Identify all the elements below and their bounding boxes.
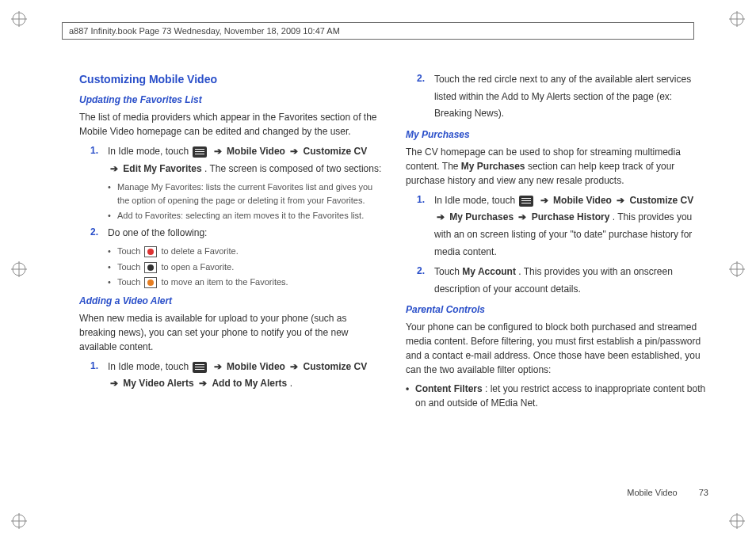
step-text: In Idle mode, touch ➔ Mobile Video ➔ Cus… <box>108 359 382 393</box>
step-item: 2. Do one of the following: <box>90 225 382 242</box>
move-icon <box>144 277 157 288</box>
text-run: Touch <box>117 262 143 272</box>
bold-text: Customize CV <box>304 361 368 372</box>
arrow-icon: ➔ <box>110 163 118 174</box>
menu-icon <box>193 146 207 158</box>
bold-text: My Purchases <box>449 211 516 222</box>
bold-text: Edit My Favorites <box>123 163 201 174</box>
print-header: a887 Infinity.book Page 73 Wednesday, No… <box>62 22 694 40</box>
bold-text: My Purchases <box>461 161 525 172</box>
bullet-item: •Manage My Favorites: lists the current … <box>108 181 382 207</box>
text-run: to open a Favorite. <box>161 262 234 272</box>
open-icon <box>144 262 157 273</box>
text-run: . <box>290 378 292 389</box>
arrow-icon: ➔ <box>437 211 445 222</box>
body-text: The list of media providers which appear… <box>79 110 382 139</box>
step-item: 2. Touch My Account . This provides you … <box>417 264 708 298</box>
step-item: 1. In Idle mode, touch ➔ Mobile Video ➔ … <box>90 359 382 393</box>
crop-mark-icon <box>729 261 745 277</box>
bold-text: Customize CV <box>630 195 694 206</box>
step-item: 2. Touch the red circle next to any of t… <box>417 71 708 123</box>
delete-icon <box>144 246 157 257</box>
arrow-icon: ➔ <box>110 378 118 389</box>
arrow-icon: ➔ <box>540 195 548 206</box>
bold-text: My Account <box>462 266 516 277</box>
body-text: When new media is available for upload t… <box>79 311 382 354</box>
left-column: Customizing Mobile Video Updating the Fa… <box>79 71 382 500</box>
right-column: 2. Touch the red circle next to any of t… <box>406 71 708 500</box>
crop-mark-icon <box>11 11 27 27</box>
subsection-heading: Parental Controls <box>406 302 708 317</box>
bullet-item: • Touch to delete a Favorite. <box>108 245 382 258</box>
bold-text: Content Filters <box>415 383 483 394</box>
step-number: 2. <box>417 71 434 123</box>
text-run: Touch <box>434 266 462 277</box>
step-number: 1. <box>417 192 434 260</box>
bold-text: Add to My Alerts <box>212 378 287 389</box>
subsection-heading: Updating the Favorites List <box>79 93 382 107</box>
text-run: In Idle mode, touch <box>108 361 191 372</box>
text-run: Touch <box>117 277 143 287</box>
bold-text: My Video Alerts <box>123 378 197 389</box>
bullet-text: Add to Favorites: selecting an item move… <box>117 209 382 222</box>
bullet-item: • Touch to open a Favorite. <box>108 260 382 274</box>
crop-mark-icon <box>729 513 745 529</box>
step-text: Touch the red circle next to any of the … <box>434 71 708 123</box>
step-number: 2. <box>417 264 434 298</box>
page-content: Customizing Mobile Video Updating the Fa… <box>79 71 708 500</box>
bullet-item: • Touch to move an item to the Favorites… <box>108 276 382 289</box>
body-text: The CV homepage can be used to shop for … <box>406 145 708 188</box>
arrow-icon: ➔ <box>214 361 222 372</box>
step-text: In Idle mode, touch ➔ Mobile Video ➔ Cus… <box>434 192 708 260</box>
bullet-item: • Content Filters : let you restrict acc… <box>406 382 708 410</box>
bold-text: Customize CV <box>304 146 368 157</box>
bullet-text: Touch to open a Favorite. <box>117 260 382 274</box>
bullet-text: Touch to move an item to the Favorites. <box>117 276 382 289</box>
step-text: In Idle mode, touch ➔ Mobile Video ➔ Cus… <box>108 143 382 177</box>
crop-mark-icon <box>11 513 27 529</box>
step-text: Do one of the following: <box>108 225 382 242</box>
page-footer: Mobile Video 73 <box>627 488 708 497</box>
bold-text: Mobile Video <box>227 361 288 372</box>
text-run: . The screen is composed of two sections… <box>204 163 381 174</box>
bullet-text: Manage My Favorites: lists the current F… <box>117 181 382 207</box>
bullet-text: Content Filters : let you restrict acces… <box>415 382 708 410</box>
bullet-text: Touch to delete a Favorite. <box>117 245 382 258</box>
arrow-icon: ➔ <box>199 378 207 389</box>
arrow-icon: ➔ <box>290 361 298 372</box>
step-number: 1. <box>90 359 108 393</box>
text-run: In Idle mode, touch <box>434 195 517 206</box>
arrow-icon: ➔ <box>518 211 526 222</box>
section-heading: Customizing Mobile Video <box>79 71 382 88</box>
subsection-heading: Adding a Video Alert <box>79 294 382 308</box>
step-number: 1. <box>90 143 108 177</box>
body-text: Your phone can be configured to block bo… <box>406 320 708 377</box>
step-text: Touch My Account . This provides you wit… <box>434 264 708 298</box>
arrow-icon: ➔ <box>290 146 298 157</box>
bold-text: Mobile Video <box>227 146 288 157</box>
arrow-icon: ➔ <box>617 195 624 206</box>
menu-icon <box>193 362 207 373</box>
arrow-icon: ➔ <box>214 146 222 157</box>
bold-text: Mobile Video <box>553 195 614 206</box>
menu-icon <box>519 196 533 207</box>
crop-mark-icon <box>11 261 27 277</box>
subsection-heading: My Purchases <box>406 127 708 142</box>
footer-label: Mobile Video <box>627 488 677 497</box>
step-number: 2. <box>90 225 108 242</box>
crop-mark-icon <box>729 11 745 27</box>
bold-text: Purchase History <box>532 211 610 222</box>
text-run: In Idle mode, touch <box>108 146 191 157</box>
step-item: 1. In Idle mode, touch ➔ Mobile Video ➔ … <box>90 143 382 177</box>
bullet-item: •Add to Favorites: selecting an item mov… <box>108 209 382 222</box>
text-run: Touch <box>117 246 143 256</box>
text-run: to delete a Favorite. <box>161 246 238 256</box>
text-run: to move an item to the Favorites. <box>161 277 288 287</box>
page-number: 73 <box>699 488 708 497</box>
step-item: 1. In Idle mode, touch ➔ Mobile Video ➔ … <box>417 192 708 260</box>
